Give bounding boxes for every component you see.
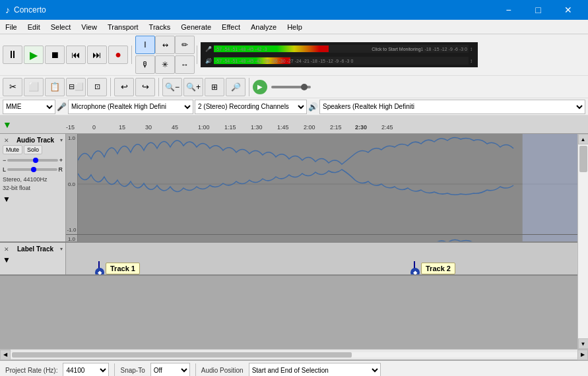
audio-track: ✕ Audio Track ▾ Mute Solo − +: [0, 134, 577, 243]
audio-track-name: Audio Track: [16, 137, 54, 144]
audio-track-close[interactable]: ✕: [3, 137, 11, 144]
footer-sep1: [114, 363, 115, 376]
hscrollbar[interactable]: ◀ ▶: [0, 349, 588, 360]
vscroll-thumb[interactable]: [579, 146, 587, 172]
vscroll-down[interactable]: ▼: [578, 338, 589, 349]
redo-button[interactable]: ↪: [135, 78, 155, 96]
mute-button[interactable]: Mute: [3, 145, 22, 154]
titlebar: ♪ Concerto − □ ✕: [0, 0, 588, 20]
play-button[interactable]: ▶: [24, 46, 44, 64]
menu-generate[interactable]: Generate: [176, 20, 216, 34]
ruler-mark: 45: [172, 124, 178, 131]
envelope-tool[interactable]: ↭: [155, 36, 175, 54]
ruler-inner: -15 0 15 30 45 1:00 1:15 1:30 1:45 2:00 …: [66, 115, 588, 133]
label-track: ✕ Label Track ▾ ▼ ◆ Track 1: [0, 243, 577, 276]
label-track-area[interactable]: ◆ Track 1 ◆ Track 2: [66, 243, 577, 274]
timeline-ruler[interactable]: ▼ -15 0 15 30 45 1:00 1:15 1:30 1:45 2:0…: [0, 115, 588, 134]
menu-tracks[interactable]: Tracks: [144, 20, 176, 34]
hscroll-left[interactable]: ◀: [0, 350, 11, 360]
close-button[interactable]: ✕: [553, 0, 583, 20]
toolbar-row1: ⏸ ▶ ⏹ ⏮ ⏭ ● I ↭ ✏ 🎙 ✳ ↔ 🎤 -57 -54 -51 -4…: [0, 34, 588, 76]
track-down-btn[interactable]: ▼: [3, 195, 63, 204]
record-button[interactable]: ●: [108, 46, 128, 64]
label-track-down-btn[interactable]: ▼: [3, 255, 63, 265]
playback-slider[interactable]: [271, 86, 311, 88]
menu-view[interactable]: View: [76, 20, 102, 34]
zoom-sel-button[interactable]: 🔎: [226, 78, 245, 96]
undo-button[interactable]: ↩: [114, 78, 134, 96]
menu-help[interactable]: Help: [282, 20, 308, 34]
menu-select[interactable]: Select: [46, 20, 77, 34]
ruler-mark-selected: 2:30: [355, 124, 367, 131]
ruler-mark: 1:45: [277, 124, 289, 131]
copy-button[interactable]: ⬜: [24, 78, 44, 96]
audio-track-dropdown[interactable]: ▾: [60, 137, 63, 143]
timeshift-tool[interactable]: ↔: [175, 55, 195, 74]
svg-rect-5: [523, 235, 577, 241]
menu-analyze[interactable]: Analyze: [245, 20, 282, 34]
mute-solo-buttons: Mute Solo: [3, 145, 63, 154]
microphone-select[interactable]: Microphone (Realtek High Defini: [68, 100, 193, 114]
maximize-button[interactable]: □: [523, 0, 553, 20]
next-button[interactable]: ⏭: [87, 46, 107, 64]
channels-select[interactable]: 2 (Stereo) Recording Channels: [195, 100, 307, 114]
menu-file[interactable]: File: [0, 20, 22, 34]
ruler-mark: 0: [92, 124, 96, 131]
volume-slider[interactable]: [7, 159, 57, 162]
project-rate-select[interactable]: 44100: [63, 363, 109, 376]
tracks-container: ✕ Audio Track ▾ Mute Solo − +: [0, 134, 577, 349]
vscrollbar[interactable]: ▲ ▼: [577, 134, 588, 349]
footer: Project Rate (Hz): 44100 Snap-To Off Aud…: [0, 360, 588, 376]
playhead-arrow: ▼: [3, 119, 12, 130]
vu-meters: 🎤 -57 -54 -51 -48 -45 -42 -3 Click to St…: [201, 42, 478, 67]
playback-controls: [253, 80, 313, 94]
zoom-tool[interactable]: ✳: [155, 55, 175, 74]
label-track-dropdown[interactable]: ▾: [60, 246, 63, 252]
zoom-in-button[interactable]: 🔍+: [183, 78, 203, 96]
ruler-mark: 1:15: [224, 124, 236, 131]
prev-button[interactable]: ⏮: [66, 46, 86, 64]
minimize-button[interactable]: −: [494, 0, 523, 20]
pan-slider[interactable]: [7, 168, 57, 171]
host-select[interactable]: MME: [3, 100, 55, 114]
edit-buttons: ✂ ⬜ 📋 ⊟⬜ ⊡: [3, 78, 107, 96]
transport-buttons: ⏸ ▶ ⏹ ⏮ ⏭ ●: [3, 46, 128, 64]
waveform-svg-ch2: [78, 235, 577, 241]
footer-row1: Project Rate (Hz): 44100 Snap-To Off Aud…: [0, 361, 588, 376]
vscroll-up[interactable]: ▲: [578, 134, 589, 144]
green-play-button[interactable]: [253, 80, 267, 94]
menu-effect[interactable]: Effect: [216, 20, 245, 34]
menu-edit[interactable]: Edit: [22, 20, 46, 34]
select-tool[interactable]: I: [135, 36, 155, 54]
ruler-mark: 2:15: [330, 124, 342, 131]
cut-button[interactable]: ✂: [3, 78, 22, 96]
ruler-mark: -15: [66, 124, 75, 131]
waveform-ch1: [78, 134, 577, 234]
label-track-close[interactable]: ✕: [3, 246, 11, 253]
hscroll-thumb[interactable]: [12, 352, 352, 358]
menubar: File Edit Select View Transport Tracks G…: [0, 20, 588, 34]
vscroll-track[interactable]: [578, 144, 589, 338]
solo-button[interactable]: Solo: [24, 145, 42, 154]
sep4: [158, 78, 159, 96]
mic-tool[interactable]: 🎙: [135, 55, 155, 74]
hscroll-right[interactable]: ▶: [577, 350, 588, 360]
draw-tool[interactable]: ✏: [175, 36, 195, 54]
paste-button[interactable]: 📋: [45, 78, 65, 96]
sep2: [197, 46, 197, 64]
zoom-out-button[interactable]: 🔍−: [162, 78, 182, 96]
hscroll-track[interactable]: [11, 352, 577, 358]
silence-button[interactable]: ⊡: [87, 78, 107, 96]
menu-transport[interactable]: Transport: [102, 20, 144, 34]
channel2: 1.0 0.0 -1.0: [66, 235, 577, 241]
speakers-select[interactable]: Speakers (Realtek High Definiti: [319, 100, 585, 114]
zoom-fit-button[interactable]: ⊞: [205, 78, 224, 96]
stop-button[interactable]: ⏹: [45, 46, 65, 64]
selection-type-select[interactable]: Start and End of Selection: [249, 363, 381, 376]
audio-pos-label: Audio Position: [201, 367, 244, 374]
snap-to-select[interactable]: Off: [150, 363, 190, 376]
pause-button[interactable]: ⏸: [3, 46, 22, 64]
audio-waveform[interactable]: 1.0 0.0 -1.0: [66, 134, 577, 241]
trim-button[interactable]: ⊟⬜: [66, 78, 86, 96]
track2-text: Track 2: [421, 263, 455, 274]
